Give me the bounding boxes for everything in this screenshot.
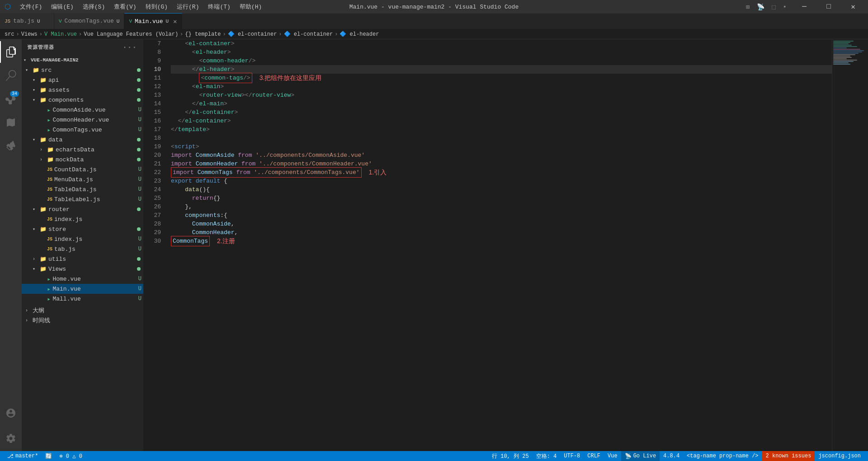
folder-icon: 📁 xyxy=(47,156,54,163)
status-errors[interactable]: ⊗ 0 △ 0 xyxy=(56,451,85,461)
code-line: import CommonTags from '../components/Co… xyxy=(171,168,832,177)
minimize-button[interactable]: ─ xyxy=(794,0,815,14)
title-bar-left: ⬡ 文件(F) 编辑(E) 选择(S) 查看(V) 转到(G) 运行(R) 终端… xyxy=(5,2,265,12)
file-name: tab.js xyxy=(54,246,137,253)
minimap-content xyxy=(832,39,868,66)
tree-item-tab-js[interactable]: JStab.jsU xyxy=(22,244,143,254)
folder-icon: 📁 xyxy=(40,266,47,273)
menu-edit[interactable]: 编辑(E) xyxy=(47,2,77,12)
status-line-ending[interactable]: CRLF xyxy=(584,451,604,461)
tree-item-mockdata[interactable]: ›📁mockData xyxy=(22,155,143,165)
status-tag[interactable]: <tag-name prop-name /> xyxy=(683,451,762,461)
line-number: 10 xyxy=(144,65,161,74)
sidebar-timeline[interactable]: › 时间线 xyxy=(22,315,143,325)
tree-item-utils[interactable]: ›📁utils xyxy=(22,254,143,264)
tree-item-tabledata-js[interactable]: JSTableData.jsU xyxy=(22,184,143,194)
tree-item-index-js[interactable]: JSindex.jsU xyxy=(22,234,143,244)
tree-item-echartsdata[interactable]: ›📁echartsData xyxy=(22,145,143,155)
folder-name: components xyxy=(48,97,135,103)
line-ending-text: CRLF xyxy=(587,453,600,459)
folder-name: assets xyxy=(48,87,135,94)
js-file-icon: JS xyxy=(47,217,52,222)
tree-item-src[interactable]: ▾📁src xyxy=(22,65,143,75)
activity-extensions[interactable] xyxy=(0,135,22,157)
status-position[interactable]: 行 10, 列 25 xyxy=(488,451,533,461)
menu-run[interactable]: 运行(R) xyxy=(173,2,203,12)
menu-terminal[interactable]: 终端(T) xyxy=(204,2,234,12)
window-title: Main.vue - vue-manage-main2 - Visual Stu… xyxy=(349,4,519,10)
tab-bar: JS tab.js U V CommonTags.vue U V Main.vu… xyxy=(0,14,868,29)
tree-item-home-vue[interactable]: ▸Home.vueU xyxy=(22,274,143,284)
file-tree: ▾📁src▾📁api▾📁assets▾📁components▸CommonAsi… xyxy=(22,65,143,304)
tree-item-commontags-vue[interactable]: ▸CommonTags.vueU xyxy=(22,125,143,135)
tree-item-router[interactable]: ▾📁router xyxy=(22,204,143,214)
broadcast-icon[interactable]: 📡 xyxy=(757,3,764,11)
tree-item-api[interactable]: ▾📁api xyxy=(22,75,143,85)
tab-commontags[interactable]: V CommonTags.vue U xyxy=(54,13,124,29)
tree-item-commonaside-vue[interactable]: ▸CommonAside.vueU xyxy=(22,105,143,115)
activity-accounts[interactable] xyxy=(0,402,22,424)
activity-source-control[interactable]: 34 xyxy=(0,88,22,110)
tree-item-store[interactable]: ▾📁store xyxy=(22,224,143,234)
folder-arrow: ▾ xyxy=(33,77,38,83)
layout2-icon[interactable]: ▪ xyxy=(783,3,787,10)
status-encoding[interactable]: UTF-8 xyxy=(560,451,584,461)
tree-item-data[interactable]: ▾📁data xyxy=(22,135,143,145)
position-text: 行 10, 列 25 xyxy=(492,452,529,460)
tab-mainvue[interactable]: V Main.vue U ✕ xyxy=(124,13,182,29)
status-branch[interactable]: ⎇ master* xyxy=(4,451,42,461)
tree-item-menudata-js[interactable]: JSMenuData.jsU xyxy=(22,174,143,184)
code-line: <el-container> xyxy=(171,39,832,48)
tree-item-countdata-js[interactable]: JSCountData.jsU xyxy=(22,165,143,174)
menu-help[interactable]: 帮助(H) xyxy=(236,2,265,12)
menu-view[interactable]: 查看(V) xyxy=(110,2,140,12)
sidebar-outline[interactable]: › 大纲 xyxy=(22,306,143,315)
status-spaces[interactable]: 空格: 4 xyxy=(533,451,561,461)
line-number: 14 xyxy=(144,99,161,108)
sidebar-title: 资源管理器 xyxy=(27,44,54,51)
code-editor[interactable]: 7891011121314151617181920212223242526272… xyxy=(144,39,868,451)
status-known-issues[interactable]: 2 known issues xyxy=(762,451,815,461)
tree-item-assets[interactable]: ▾📁assets xyxy=(22,85,143,95)
status-language[interactable]: Vue xyxy=(604,451,621,461)
code-content[interactable]: <el-container> <el-header> <common-heade… xyxy=(166,39,832,451)
tree-item-main-vue[interactable]: ▸Main.vueU xyxy=(22,284,143,294)
remote-icon[interactable]: ⊞ xyxy=(746,3,750,11)
activity-debug[interactable] xyxy=(0,112,22,133)
line-number: 30 xyxy=(144,237,161,245)
activity-explorer[interactable] xyxy=(0,41,22,63)
menu-select[interactable]: 选择(S) xyxy=(79,2,108,12)
tree-item-components[interactable]: ▾📁components xyxy=(22,95,143,105)
tree-item-views[interactable]: ▾📁Views xyxy=(22,264,143,274)
maximize-button[interactable]: □ xyxy=(818,0,839,14)
tab-close-button[interactable]: ✕ xyxy=(173,18,177,25)
vue-file-icon: ▸ xyxy=(47,275,51,283)
project-root[interactable]: ▾ VUE-MANAGE-MAIN2 xyxy=(22,55,143,65)
status-golive[interactable]: 📡 Go Live xyxy=(621,451,660,461)
status-sync[interactable]: 🔄 xyxy=(42,451,56,461)
close-button[interactable]: ✕ xyxy=(843,0,863,14)
menu-goto[interactable]: 转到(G) xyxy=(142,2,171,12)
new-file-button[interactable]: ··· xyxy=(122,42,138,52)
activity-settings[interactable] xyxy=(0,428,22,449)
tab-tabjs[interactable]: JS tab.js U xyxy=(0,13,54,29)
line-number: 7 xyxy=(144,39,161,48)
activity-search[interactable] xyxy=(0,65,22,86)
file-name: CommonAside.vue xyxy=(52,107,136,113)
status-version[interactable]: 4.8.4 xyxy=(660,451,683,461)
tree-item-index-js[interactable]: JSindex.js xyxy=(22,214,143,224)
minimap xyxy=(832,39,868,451)
tree-item-commonheader-vue[interactable]: ▸CommonHeader.vueU xyxy=(22,115,143,125)
tree-item-mall-vue[interactable]: ▸Mall.vueU xyxy=(22,294,143,304)
folder-arrow: ▾ xyxy=(25,67,31,73)
sidebar-actions: ··· xyxy=(122,42,138,52)
menu-file[interactable]: 文件(F) xyxy=(16,2,46,12)
golive-icon: 📡 xyxy=(625,453,632,460)
code-line: <router-view></router-view> xyxy=(171,91,832,99)
status-jsconfig[interactable]: jsconfig.json xyxy=(815,451,864,461)
folder-arrow: ▾ xyxy=(33,207,38,212)
folder-name: Views xyxy=(48,266,135,273)
layout-icon[interactable]: ⬚ xyxy=(772,3,775,11)
expand-arrow: ▾ xyxy=(24,57,29,63)
tree-item-tablelabel-js[interactable]: JSTableLabel.jsU xyxy=(22,194,143,204)
